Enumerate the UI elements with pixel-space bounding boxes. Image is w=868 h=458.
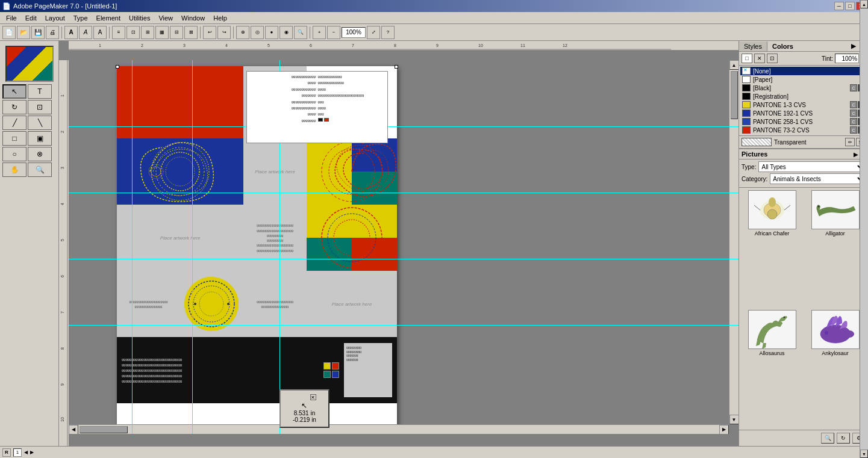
page-num[interactable]: 1 — [13, 448, 22, 457]
tb12[interactable]: ◉ — [279, 26, 293, 39]
menu-window[interactable]: Window — [178, 13, 208, 23]
menu-edit[interactable]: Edit — [22, 13, 40, 23]
pictures-scrollbar[interactable]: ▲ ▼ — [860, 0, 868, 458]
search-btn[interactable]: 🔍 — [821, 433, 834, 444]
scroll-right-btn[interactable]: ▶ — [719, 425, 729, 435]
delete-color-btn[interactable]: ✕ — [754, 54, 765, 63]
crop-tool[interactable]: ⊡ — [28, 100, 52, 114]
line-tool[interactable]: ╱ — [2, 116, 27, 130]
tb11[interactable]: ● — [265, 26, 278, 39]
save-btn[interactable]: 💾 — [31, 26, 45, 39]
tb10[interactable]: ◎ — [251, 26, 264, 39]
tb15[interactable]: − — [327, 26, 340, 39]
page-indicator: R 1 ◀ ▶ — [2, 448, 34, 457]
color-pantone-2[interactable]: PANTONE 192-1 CVS C M — [740, 109, 867, 117]
tb3[interactable]: ⊞ — [141, 26, 154, 39]
cell-black-row: gggggggggggggggggggggggggggggg ggggggggg… — [117, 337, 397, 403]
scroll-v-thumb[interactable] — [731, 71, 738, 119]
pictures-menu-btn[interactable]: ▶ — [854, 151, 858, 158]
menu-layout[interactable]: Layout — [42, 13, 69, 23]
picture-african-chafer[interactable]: African Chafer — [742, 190, 802, 308]
menu-element[interactable]: Element — [93, 13, 124, 23]
color-list: ✕ [None] [Paper] [Black] C M — [739, 66, 868, 135]
tint-input[interactable] — [835, 54, 859, 63]
hand-tool[interactable]: ✋ — [2, 162, 27, 177]
chart-block: gggggggggggggggggggggggggggggggg — [344, 343, 392, 397]
menu-view[interactable]: View — [155, 13, 176, 23]
scrollbar-horizontal[interactable]: ◀ ▶ — [69, 424, 729, 434]
refresh-btn[interactable]: ↻ — [837, 433, 850, 444]
picture-ankylosaur[interactable]: Ankylosaur — [805, 310, 866, 427]
scroll-down-btn[interactable]: ▼ — [729, 415, 739, 424]
color-pantone-3[interactable]: PANTONE 258-1 CVS C M — [740, 117, 867, 126]
color-pantone-4[interactable]: PANTONE 73-2 CVS C M — [740, 126, 867, 134]
scroll-v-track[interactable] — [731, 71, 738, 413]
tb14[interactable]: + — [313, 26, 326, 39]
picture-allosaurus[interactable]: Allosaurus — [742, 310, 802, 427]
constrain-tool[interactable]: ╲ — [28, 116, 52, 130]
scroll-h-track[interactable] — [80, 426, 718, 433]
panel-menu-btn[interactable]: ▶ — [849, 41, 858, 51]
menu-type[interactable]: Type — [70, 13, 92, 23]
menu-utilities[interactable]: Utilities — [125, 13, 154, 23]
pic-scroll-track[interactable] — [860, 8, 868, 450]
maximize-button[interactable]: □ — [845, 2, 855, 10]
tb1[interactable]: ≡ — [112, 26, 125, 39]
text-btn[interactable]: A — [93, 26, 107, 39]
rotate-tool[interactable]: ↻ — [2, 100, 27, 114]
new-color-btn[interactable]: ⊡ — [767, 54, 778, 63]
tb2[interactable]: ⊡ — [126, 26, 140, 39]
rect-tool[interactable]: □ — [2, 131, 27, 146]
tab-colors[interactable]: Colors — [767, 42, 798, 51]
rect-fill-tool[interactable]: ▣ — [28, 131, 52, 146]
color-none[interactable]: ✕ [None] — [740, 67, 867, 75]
color-paper[interactable]: [Paper] — [740, 75, 867, 84]
select-tool[interactable]: ↖ — [2, 84, 27, 99]
app-icon: 📄 — [2, 2, 11, 10]
tab-styles[interactable]: Styles — [739, 42, 767, 51]
menu-file[interactable]: File — [2, 13, 20, 23]
ellipse-tool[interactable]: ○ — [2, 147, 27, 161]
fill-icon[interactable]: □ — [742, 54, 752, 63]
next-page-btn[interactable]: ▶ — [30, 450, 34, 455]
scrollbar-vertical[interactable]: ▲ ▼ — [729, 60, 738, 424]
scroll-h-thumb[interactable] — [80, 426, 128, 433]
scroll-up-btn[interactable]: ▲ — [729, 60, 739, 70]
tb8[interactable]: ↪ — [217, 26, 231, 39]
color-registration[interactable]: [Registration] — [740, 92, 867, 101]
color-black[interactable]: [Black] C M — [740, 84, 867, 92]
handle-tl[interactable] — [116, 65, 119, 69]
pic-scroll-down[interactable]: ▼ — [860, 450, 868, 458]
minimize-button[interactable]: ─ — [834, 2, 844, 10]
text-tool[interactable]: T — [28, 84, 52, 99]
edit-color-btn[interactable]: ✏ — [845, 138, 855, 146]
picture-alligator[interactable]: Alligator — [805, 190, 866, 308]
scroll-left-btn[interactable]: ◀ — [69, 425, 78, 435]
prev-page-btn[interactable]: ◀ — [24, 450, 28, 455]
open-btn[interactable]: 📂 — [17, 26, 30, 39]
info-dialog[interactable]: gggggggggggg:gggggggggggg gggg:ggggggggg… — [246, 71, 388, 143]
ellipse-fill-tool[interactable]: ⊗ — [28, 147, 52, 161]
tb16[interactable]: ⤢ — [367, 26, 380, 39]
pic-scroll-up[interactable]: ▲ — [860, 0, 868, 8]
tb6[interactable]: ⊠ — [184, 26, 198, 39]
help-btn[interactable]: ? — [381, 26, 395, 39]
zoom-tool[interactable]: 🔍 — [28, 162, 52, 177]
text-block-2: gggggggggggggggggggg ggggggggggggggggggg… — [257, 223, 293, 253]
coord-close-btn[interactable]: ✕ — [310, 394, 316, 400]
handle-tr[interactable] — [395, 65, 398, 69]
color-pantone-1[interactable]: PANTONE 1-3 CVS C M — [740, 101, 867, 109]
italic-btn[interactable]: A — [79, 26, 92, 39]
category-select[interactable]: Animals & Insects — [770, 173, 866, 184]
new-btn[interactable]: 📄 — [2, 26, 16, 39]
tb4[interactable]: ▦ — [155, 26, 169, 39]
tb9[interactable]: ⊕ — [236, 26, 249, 39]
menu-help[interactable]: Help — [210, 13, 231, 23]
color-reg-label: [Registration] — [753, 93, 788, 100]
print-btn[interactable]: 🖨 — [46, 26, 59, 39]
tb5[interactable]: ⊟ — [170, 26, 183, 39]
type-select[interactable]: All Types — [758, 161, 866, 172]
tb7[interactable]: ↩ — [203, 26, 216, 39]
tb13[interactable]: 🔍 — [294, 26, 307, 39]
bold-btn[interactable]: A — [64, 26, 78, 39]
